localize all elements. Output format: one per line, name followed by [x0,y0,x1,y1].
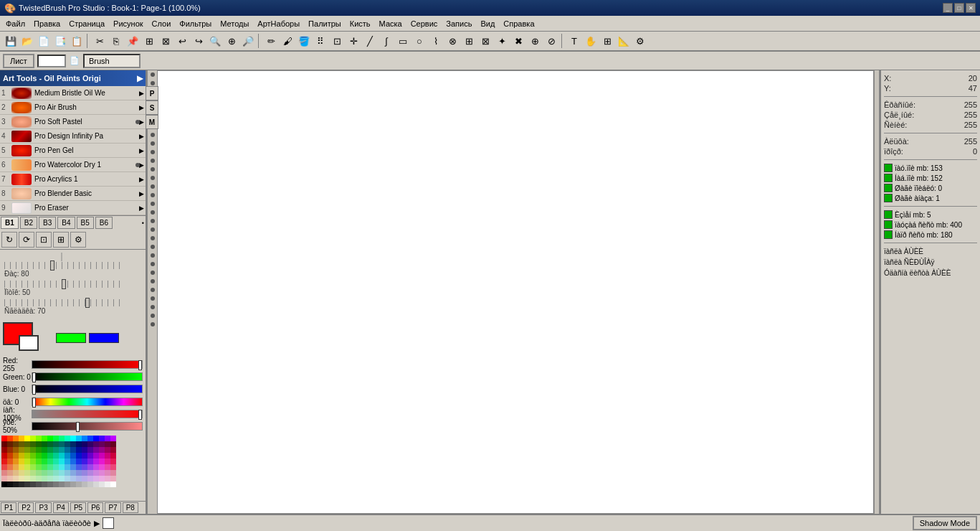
palette-cell[interactable] [47,481,53,487]
palette-cell[interactable] [65,459,70,464]
palette-cell[interactable] [53,441,59,447]
sheet-button[interactable]: Лист [3,54,34,68]
palette-cell[interactable] [42,459,47,464]
palette-cell[interactable] [1,464,7,470]
flow-slider-thumb[interactable] [62,279,66,289]
toolbar-zoom-out[interactable]: 🔎 [240,33,256,49]
bank-tab-b2[interactable]: B2 [20,217,37,229]
palette-cell[interactable] [13,470,19,476]
palette-cell[interactable] [110,481,116,487]
palette-cell[interactable] [65,481,70,487]
palette-cell[interactable] [76,441,82,447]
palette-cell[interactable] [76,470,82,476]
palette-cell[interactable] [105,476,110,481]
palette-cell[interactable] [105,481,110,487]
palette-cell[interactable] [19,453,24,459]
palette-cell[interactable] [24,436,30,441]
toolbar-btn10[interactable]: ⊠ [477,33,493,49]
palette-cell[interactable] [93,470,99,476]
palette-cell[interactable] [30,481,36,487]
sheet-input[interactable] [37,55,66,67]
toolbar-btn3[interactable]: ⊞ [141,33,157,49]
palette-cell[interactable] [59,459,65,464]
palette-cell[interactable] [82,464,87,470]
palette-cell[interactable] [65,453,70,459]
palette-cell[interactable] [110,470,116,476]
palette-cell[interactable] [1,481,7,487]
bank-tab-b6[interactable]: B6 [95,217,113,229]
palette-cell[interactable] [70,470,76,476]
palette-cell[interactable] [53,464,59,470]
palette-cell[interactable] [42,481,47,487]
palette-tab-p2[interactable]: P2 [18,502,34,513]
toolbar-btn11[interactable]: ✦ [494,33,510,49]
toolbar-move[interactable]: ✛ [346,33,361,49]
toolbar-text[interactable]: T [566,33,582,49]
palette-cell[interactable] [30,476,36,481]
palette-cell[interactable] [36,459,42,464]
palette-cell[interactable] [36,441,42,447]
palette-cell[interactable] [7,453,13,459]
palette-cell[interactable] [36,447,42,453]
minimize-button[interactable]: _ [943,3,953,13]
rotate-tool[interactable]: ↻ [1,232,17,248]
palette-cell[interactable] [53,476,59,481]
refresh-tool[interactable]: ⟳ [19,232,34,248]
settings-tool[interactable]: ⚙ [70,232,86,248]
palette-cell[interactable] [87,476,93,481]
toolbar-rect[interactable]: ▭ [395,33,411,49]
menu-record[interactable]: Запись [442,18,476,29]
palette-cell[interactable] [99,453,105,459]
palette-cell[interactable] [1,436,7,441]
palette-cell[interactable] [42,470,47,476]
palette-cell[interactable] [7,459,13,464]
close-button[interactable]: ✕ [966,3,976,13]
background-color[interactable] [19,335,39,351]
palette-cell[interactable] [110,459,116,464]
palette-cell[interactable] [13,476,19,481]
green-slider[interactable] [32,372,143,381]
palette-cell[interactable] [87,441,93,447]
checkbox-5[interactable] [884,210,893,219]
palette-cell[interactable] [59,447,65,453]
palette-cell[interactable] [36,464,42,470]
palette-cell[interactable] [30,447,36,453]
red-thumb[interactable] [138,360,142,370]
toolbar-ruler[interactable]: 📐 [616,33,632,49]
toolbar-oval[interactable]: ○ [411,33,427,49]
palette-cell[interactable] [19,481,24,487]
red-slider[interactable] [32,360,143,369]
palette-cell[interactable] [19,447,24,453]
palette-cell[interactable] [59,476,65,481]
palette-cell[interactable] [87,447,93,453]
palette-cell[interactable] [13,436,19,441]
palette-cell[interactable] [70,436,76,441]
hue-thumb[interactable] [32,398,36,408]
toolbar-btn2[interactable]: 📋 [69,33,85,49]
palette-cell[interactable] [82,459,87,464]
toolbar-fill[interactable]: 🪣 [296,33,312,49]
menu-view[interactable]: Вид [476,18,499,29]
checkbox-2[interactable] [884,174,893,182]
palette-cell[interactable] [53,470,59,476]
art-tools-header[interactable]: Art Tools - Oil Paints Origi ▶ [0,70,146,86]
toolbar-grid[interactable]: ⊞ [599,33,615,49]
toolbar-save[interactable]: 💾 [3,33,19,49]
menu-filters[interactable]: Фильтры [175,18,216,29]
checkbox-3[interactable] [884,184,893,192]
palette-cell[interactable] [19,441,24,447]
palette-cell[interactable] [7,447,13,453]
palette-cell[interactable] [65,441,70,447]
palette-cell[interactable] [53,436,59,441]
palette-cell[interactable] [13,453,19,459]
palette-cell[interactable] [93,441,99,447]
palette-cell[interactable] [13,464,19,470]
palette-cell[interactable] [24,476,30,481]
palette-cell[interactable] [70,476,76,481]
palette-cell[interactable] [110,464,116,470]
palette-cell[interactable] [7,464,13,470]
palette-cell[interactable] [76,476,82,481]
palette-cell[interactable] [93,476,99,481]
palette-cell[interactable] [110,476,116,481]
palette-cell[interactable] [59,470,65,476]
